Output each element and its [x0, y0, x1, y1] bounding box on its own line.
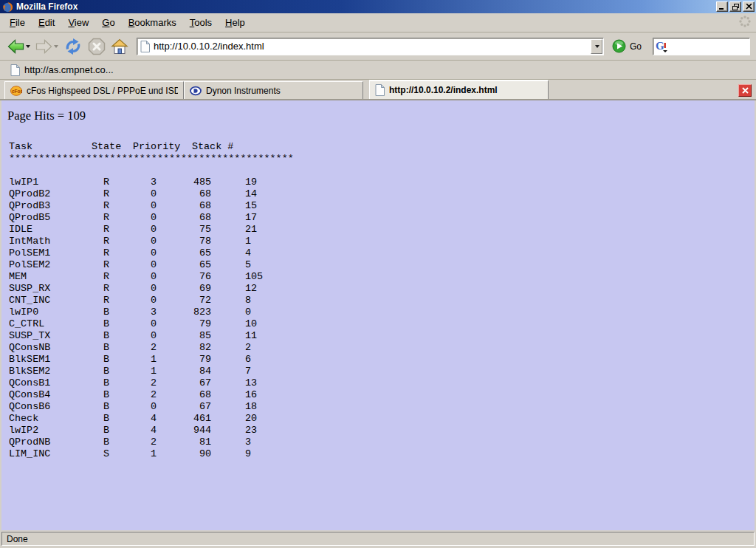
page-content: Page Hits = 109 TaskStatePriorityStack #… — [0, 100, 756, 530]
table-cell: 19 — [245, 177, 257, 188]
table-cell: 68 — [192, 188, 211, 200]
menu-tools[interactable]: Tools — [183, 15, 219, 30]
table-cell: 68 — [192, 212, 211, 224]
forward-dropdown-icon[interactable] — [54, 45, 58, 48]
page-hits-text: Page Hits = 109 — [7, 109, 755, 123]
menu-help[interactable]: Help — [219, 15, 252, 30]
close-window-button[interactable] — [743, 1, 755, 12]
table-cell: 17 — [245, 212, 257, 224]
table-cell: R — [103, 236, 151, 247]
throbber-icon — [738, 15, 752, 31]
table-cell: 78 — [192, 236, 211, 247]
table-cell: 4 — [151, 425, 192, 436]
table-cell: IDLE — [9, 224, 103, 236]
bookmark-label: http://as.cmpnet.co... — [24, 64, 114, 75]
search-box[interactable]: G — [653, 38, 750, 55]
table-row: BlkSEM2B1847 — [9, 366, 755, 377]
column-header: Stack # — [192, 141, 233, 152]
table-cell: 11 — [245, 330, 257, 342]
table-cell: QProdB3 — [9, 200, 103, 212]
table-cell: 2 — [151, 389, 192, 401]
table-cell: 823 — [192, 306, 211, 318]
table-cell: QConsB4 — [9, 389, 103, 401]
table-cell: 6 — [245, 354, 251, 366]
tab-cfos[interactable]: cFos cFos Highspeed DSL / PPPoE und ISDN… — [4, 81, 184, 99]
bookmark-item[interactable]: http://as.cmpnet.co... — [6, 63, 118, 78]
stop-button[interactable] — [86, 36, 107, 57]
table-cell: 4 — [245, 247, 251, 259]
table-cell: 2 — [245, 342, 251, 354]
menu-view[interactable]: View — [61, 15, 95, 30]
table-cell: 68 — [192, 200, 211, 212]
url-input[interactable] — [154, 40, 591, 53]
close-tab-button[interactable] — [738, 84, 752, 97]
table-row: BlkSEM1B1796 — [9, 354, 755, 366]
forward-button[interactable] — [34, 38, 60, 55]
table-cell: R — [103, 271, 151, 283]
close-icon — [742, 87, 749, 94]
restore-button[interactable] — [729, 1, 741, 12]
table-cell: 12 — [245, 283, 257, 295]
table-cell: BlkSEM1 — [9, 354, 103, 366]
table-cell: 79 — [192, 354, 211, 366]
url-history-dropdown[interactable] — [591, 39, 602, 54]
table-cell: 3 — [151, 306, 192, 318]
table-cell: 14 — [245, 188, 257, 200]
stop-icon — [88, 38, 106, 55]
table-cell: 0 — [151, 224, 192, 236]
table-row: lwIP1R348519 — [9, 177, 755, 188]
table-cell: QConsNB — [9, 342, 103, 354]
table-cell: 5 — [245, 259, 251, 271]
menu-file[interactable]: File — [3, 15, 32, 30]
menu-edit[interactable]: Edit — [32, 15, 61, 30]
table-cell: 0 — [151, 200, 192, 212]
tab-label: cFos Highspeed DSL / PPPoE und ISDN CAP.… — [27, 86, 178, 96]
table-separator: ****************************************… — [9, 153, 755, 165]
table-cell: B — [103, 354, 151, 366]
table-cell: LIM_INC — [9, 448, 103, 460]
table-cell: 0 — [151, 247, 192, 259]
url-bar[interactable] — [137, 38, 604, 55]
task-table: TaskStatePriorityStack #****************… — [9, 141, 755, 460]
table-cell: R — [103, 200, 151, 212]
minimize-button[interactable] — [716, 1, 728, 12]
page-icon — [375, 84, 385, 96]
google-search-icon[interactable]: G — [656, 40, 667, 52]
column-header: Task — [9, 141, 92, 153]
home-button[interactable] — [109, 37, 130, 56]
table-cell: 944 — [192, 425, 211, 436]
table-cell: 67 — [192, 377, 211, 389]
table-cell: 1 — [151, 354, 192, 366]
browser-window: Mozilla Firefox File Edit View Go Bookma… — [0, 0, 756, 548]
table-cell: 16 — [245, 389, 257, 401]
back-button[interactable] — [6, 38, 32, 55]
table-row: QProdB2R06814 — [9, 188, 755, 200]
table-cell: R — [103, 212, 151, 224]
reload-button[interactable] — [62, 36, 84, 57]
menu-go[interactable]: Go — [95, 15, 121, 30]
tab-index-active[interactable]: http://10.0.10.2/index.html — [369, 80, 549, 99]
table-cell: S — [103, 448, 151, 460]
table-row: SUSP_RXR06912 — [9, 283, 755, 295]
table-cell: PolSEM2 — [9, 259, 103, 271]
table-cell: 18 — [245, 401, 257, 413]
table-row: QProdNBB2813 — [9, 436, 755, 448]
search-input[interactable] — [667, 40, 749, 53]
table-cell: lwIP0 — [9, 306, 103, 318]
table-cell: B — [103, 425, 151, 436]
tab-dynon[interactable]: Dynon Instruments — [184, 81, 363, 99]
table-cell: 2 — [151, 436, 192, 448]
table-cell: BlkSEM2 — [9, 366, 103, 377]
table-cell: 3 — [151, 177, 192, 188]
table-cell: B — [103, 413, 151, 425]
table-cell: MEM — [9, 271, 103, 283]
table-cell: 13 — [245, 377, 257, 389]
back-dropdown-icon[interactable] — [26, 45, 30, 48]
table-cell: 75 — [192, 224, 211, 236]
svg-text:G: G — [656, 40, 664, 52]
table-cell: B — [103, 342, 151, 354]
table-cell: SUSP_RX — [9, 283, 103, 295]
table-cell: 2 — [151, 377, 192, 389]
go-button[interactable]: Go — [611, 38, 646, 55]
menu-bookmarks[interactable]: Bookmarks — [122, 15, 183, 30]
